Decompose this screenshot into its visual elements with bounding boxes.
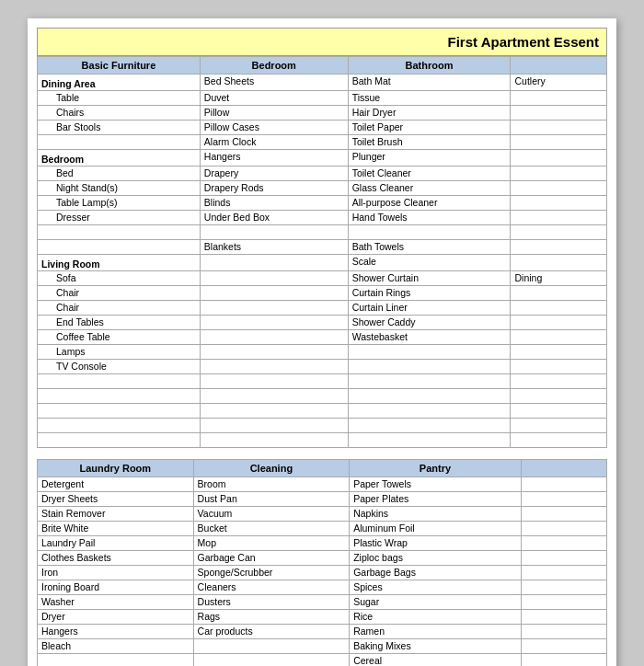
cutlery-cell (511, 404, 607, 419)
bedroom-cell (200, 225, 348, 240)
basic-furniture-cell: TV Console (38, 360, 201, 374)
cleaning-cell: Vacuum (193, 507, 350, 522)
bathroom-cell: Tissue (348, 91, 511, 106)
pantry-cell: Paper Plates (350, 492, 522, 507)
top-table: Basic Furniture Bedroom Bathroom Dining … (37, 56, 607, 448)
bedroom-cell (200, 404, 348, 419)
basic-furniture-cell: Chair (38, 286, 201, 301)
bedroom-cell: Pillow Cases (200, 121, 348, 135)
cutlery-cell (511, 225, 607, 240)
header-cutlery (511, 57, 607, 75)
bathroom-cell: Hand Towels (348, 211, 511, 225)
cleaning-cell (193, 639, 350, 654)
header-bedroom: Bedroom (200, 57, 348, 75)
bedroom-cell (200, 330, 348, 345)
pantry-cell: Garbage Bags (350, 566, 522, 580)
extra-cell (521, 477, 606, 492)
cleaning-cell: Dust Pan (193, 492, 350, 507)
header-laundry: Laundry Room (38, 460, 194, 477)
cutlery-cell (511, 301, 607, 316)
cutlery-cell (511, 106, 607, 121)
bedroom-cell (200, 389, 348, 404)
basic-furniture-cell: Dining Area (38, 75, 201, 91)
extra-cell (521, 492, 606, 507)
extra-cell (521, 625, 606, 639)
cutlery-cell (511, 196, 607, 211)
laundry-cell: Dryer Sheets (38, 492, 194, 507)
bedroom-cell (200, 374, 348, 389)
extra-cell (521, 639, 606, 654)
bedroom-cell: Bed Sheets (200, 75, 348, 91)
bathroom-cell: Wastebasket (348, 330, 511, 345)
laundry-cell: Iron (38, 566, 194, 580)
basic-furniture-cell (38, 374, 201, 389)
bedroom-cell: Duvet (200, 91, 348, 106)
basic-furniture-cell: Coffee Table (38, 330, 201, 345)
basic-furniture-cell: Sofa (38, 271, 201, 286)
basic-furniture-cell (38, 240, 201, 255)
bathroom-cell (348, 374, 511, 389)
cleaning-cell: Car products (193, 625, 350, 639)
header-pantry: Pantry (350, 460, 522, 477)
basic-furniture-cell: Chairs (38, 106, 201, 121)
bathroom-cell (348, 404, 511, 419)
bedroom-cell: Hangers (200, 150, 348, 166)
bedroom-cell: Alarm Clock (200, 135, 348, 150)
pantry-cell: Ziploc bags (350, 551, 522, 566)
cutlery-cell (511, 419, 607, 433)
laundry-cell: Dryer (38, 610, 194, 625)
basic-furniture-cell: Table (38, 91, 201, 106)
bathroom-cell: Toilet Brush (348, 135, 511, 150)
bathroom-cell: All-purpose Cleaner (348, 196, 511, 211)
pantry-cell: Plastic Wrap (350, 536, 522, 551)
basic-furniture-cell (38, 225, 201, 240)
pantry-cell: Spices (350, 580, 522, 595)
bathroom-cell: Toilet Paper (348, 121, 511, 135)
page-title: First Apartment Essent (37, 28, 607, 56)
laundry-cell: Brite White (38, 522, 194, 536)
cutlery-cell (511, 91, 607, 106)
laundry-cell: Stain Remover (38, 507, 194, 522)
bathroom-cell: Bath Mat (348, 75, 511, 91)
cutlery-cell (511, 360, 607, 374)
laundry-cell: Laundry Pail (38, 536, 194, 551)
basic-furniture-cell: Lamps (38, 345, 201, 360)
pantry-cell: Rice (350, 610, 522, 625)
header-bathroom: Bathroom (348, 57, 511, 75)
laundry-cell: Washer (38, 595, 194, 610)
bedroom-cell: Drapery Rods (200, 181, 348, 196)
bathroom-cell (348, 433, 511, 448)
laundry-cell: Clothes Baskets (38, 551, 194, 566)
bedroom-cell: Blinds (200, 196, 348, 211)
bathroom-cell: Scale (348, 255, 511, 271)
cleaning-cell: Cleaners (193, 580, 350, 595)
bedroom-cell: Under Bed Box (200, 211, 348, 225)
header-extra (521, 460, 606, 477)
basic-furniture-cell: End Tables (38, 316, 201, 330)
cutlery-cell: Dining (511, 271, 607, 286)
basic-furniture-cell: Living Room (38, 255, 201, 271)
cutlery-cell: Cutlery (511, 75, 607, 91)
basic-furniture-cell: Night Stand(s) (38, 181, 201, 196)
extra-cell (521, 595, 606, 610)
cutlery-cell (511, 345, 607, 360)
cleaning-cell: Garbage Can (193, 551, 350, 566)
bedroom-cell (200, 345, 348, 360)
bathroom-cell (348, 345, 511, 360)
extra-cell (521, 551, 606, 566)
bathroom-cell: Shower Caddy (348, 316, 511, 330)
cutlery-cell (511, 121, 607, 135)
pantry-cell: Ramen (350, 625, 522, 639)
cutlery-cell (511, 330, 607, 345)
laundry-cell: Detergent (38, 477, 194, 492)
basic-furniture-cell (38, 135, 201, 150)
cutlery-cell (511, 135, 607, 150)
pantry-cell: Paper Towels (350, 477, 522, 492)
laundry-cell: Hangers (38, 625, 194, 639)
cleaning-cell: Rags (193, 610, 350, 625)
extra-cell (521, 522, 606, 536)
bathroom-cell: Bath Towels (348, 240, 511, 255)
cleaning-cell: Dusters (193, 595, 350, 610)
bathroom-cell: Plunger (348, 150, 511, 166)
bedroom-cell (200, 316, 348, 330)
